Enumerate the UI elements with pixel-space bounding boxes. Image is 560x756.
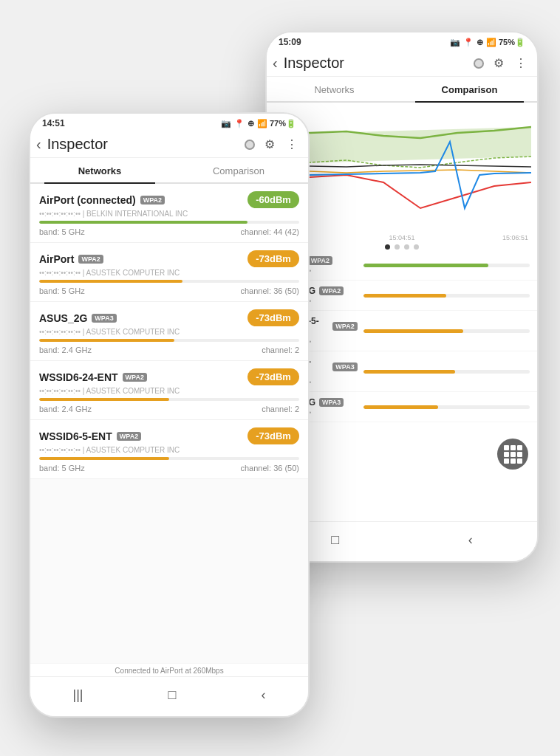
header-icons-front: ⚙ ⋮ [245, 137, 299, 152]
comp-bar-track-2 [363, 329, 530, 333]
network-name-row-1: AirPort WPA2 [39, 253, 103, 265]
back-button-front[interactable]: ‹ [36, 136, 41, 153]
signal-bar-row-3 [39, 398, 299, 401]
signal-bar-fill-0 [39, 221, 247, 224]
comp-bar-track-4 [363, 405, 530, 409]
filter-icon-front[interactable]: ⚙ [262, 137, 277, 152]
tab-comparison-front[interactable]: Comparison [169, 158, 308, 182]
comp-wpa-3: WPA3 [332, 362, 357, 371]
network-name-3: WSSID6-24-ENT [39, 371, 118, 383]
signal-bar-row-2 [39, 339, 299, 342]
dot-1[interactable] [385, 244, 390, 250]
dot-2[interactable] [395, 244, 400, 250]
channel-label-2: channel: 2 [262, 346, 299, 354]
wpa-badge-2: WPA3 [92, 314, 116, 323]
network-item-0[interactable]: AirPort (connected) WPA2 -60dBm ••:••:••… [30, 184, 308, 243]
comp-wpa-0: WPA2 [308, 256, 332, 265]
comp-wpa-1: WPA2 [319, 286, 344, 295]
network-top-4: WSSID6-5-ENT WPA2 -73dBm [39, 427, 299, 444]
back-nav-icon-front[interactable]: ‹ [246, 684, 280, 706]
wpa-badge-1: WPA2 [78, 255, 103, 264]
tabs-front: Networks Comparison [30, 158, 308, 184]
network-name-4: WSSID6-5-ENT [39, 430, 112, 442]
wpa-badge-3: WPA2 [123, 373, 147, 382]
signal-bar-track-1 [39, 280, 299, 283]
mac-row-4: ••:••:••:••:••:•• | ASUSTEK COMPUTER INC [39, 446, 299, 454]
app-header-front: ‹ Inspector ⚙ ⋮ [30, 131, 308, 158]
comp-bar-fill-4 [363, 405, 438, 409]
channel-label-1: channel: 36 (50) [241, 286, 300, 295]
network-item-3[interactable]: WSSID6-24-ENT WPA2 -73dBm ••:••:••:••:••… [30, 361, 308, 420]
dot-4[interactable] [414, 244, 419, 250]
menu-icon-front[interactable]: ||| [58, 684, 98, 706]
phone-front: 14:51 📷 📍 ⊕ 📶 77%🔋 ‹ Inspector ⚙ ⋮ Netwo… [29, 112, 310, 718]
tab-comparison-back[interactable]: Comparison [402, 77, 537, 101]
signal-bar-row-4 [39, 457, 299, 460]
network-meta-4: band: 5 GHz channel: 36 (50) [39, 464, 299, 472]
comp-bar-fill-1 [363, 294, 447, 298]
band-label-4: band: 5 GHz [39, 464, 85, 472]
header-icons-back: ⚙ ⋮ [474, 56, 528, 71]
signal-bar-track-4 [39, 457, 299, 460]
record-button-back[interactable] [474, 58, 484, 69]
tab-networks-back[interactable]: Networks [267, 77, 402, 101]
status-icons-back: 📷 📍 ⊕ 📶 75%🔋 [450, 38, 525, 47]
channel-label-3: channel: 2 [262, 405, 299, 413]
signal-bar-fill-3 [39, 398, 169, 401]
mac-row-0: ••:••:••:••:••:•• | BELKIN INTERNATIONAL… [39, 210, 299, 218]
network-name-row-2: ASUS_2G WPA3 [39, 312, 117, 324]
more-icon-back[interactable]: ⋮ [513, 56, 528, 71]
network-item-2[interactable]: ASUS_2G WPA3 -73dBm ••:••:••:••:••:•• | … [30, 302, 308, 361]
chart-svg [273, 109, 531, 234]
band-label-0: band: 5 GHz [39, 227, 85, 236]
back-nav-icon-back[interactable]: ‹ [454, 529, 488, 551]
band-label-2: band: 2.4 GHz [39, 346, 92, 354]
mac-row-3: ••:••:••:••:••:•• | ASUSTEK COMPUTER INC [39, 387, 299, 395]
chart-timestamps: 15:02:51 15:04:51 15:06:51 [273, 234, 531, 241]
signal-badge-1: -73dBm [247, 250, 299, 267]
signal-bar-fill-4 [39, 457, 169, 460]
signal-badge-3: -73dBm [247, 368, 299, 385]
network-meta-1: band: 5 GHz channel: 36 (50) [39, 286, 299, 295]
home-icon-front[interactable]: □ [154, 684, 191, 706]
comp-bar-fill-3 [363, 370, 455, 374]
status-icons-front: 📷 📍 ⊕ 📶 77%🔋 [221, 119, 296, 128]
record-button-front[interactable] [245, 140, 255, 150]
network-item-1[interactable]: AirPort WPA2 -73dBm ••:••:••:••:••:•• | … [30, 243, 308, 302]
network-top-2: ASUS_2G WPA3 -73dBm [39, 309, 299, 326]
grid-fab-icon [504, 445, 522, 464]
network-top-1: AirPort WPA2 -73dBm [39, 250, 299, 267]
time-front: 14:51 [42, 118, 65, 128]
header-title-front: Inspector [47, 136, 245, 153]
app-header-back: ‹ Inspector ⚙ ⋮ [267, 50, 537, 77]
network-meta-2: band: 2.4 GHz channel: 2 [39, 346, 299, 354]
dot-3[interactable] [404, 244, 409, 250]
scene: 15:09 📷 📍 ⊕ 📶 75%🔋 ‹ Inspector ⚙ ⋮ Netwo… [14, 16, 546, 740]
tab-networks-front[interactable]: Networks [30, 158, 169, 182]
network-items-container: AirPort (connected) WPA2 -60dBm ••:••:••… [30, 184, 308, 479]
mac-row-1: ••:••:••:••:••:•• | ASUSTEK COMPUTER INC [39, 269, 299, 277]
grid-fab-button[interactable] [497, 439, 528, 470]
network-meta-3: band: 2.4 GHz channel: 2 [39, 405, 299, 413]
header-title-back: Inspector [284, 55, 474, 72]
comp-bar-track-3 [363, 370, 530, 374]
wpa-badge-4: WPA2 [117, 432, 141, 441]
network-top-0: AirPort (connected) WPA2 -60dBm [39, 191, 299, 208]
more-icon-front[interactable]: ⋮ [284, 137, 299, 152]
filter-icon-back[interactable]: ⚙ [491, 56, 506, 71]
signal-bar-track-2 [39, 339, 299, 342]
comp-bar-fill-2 [363, 329, 463, 333]
comp-bar-track-1 [363, 294, 530, 298]
network-item-4[interactable]: WSSID6-5-ENT WPA2 -73dBm ••:••:••:••:••:… [30, 420, 308, 479]
ts3: 15:06:51 [502, 234, 528, 241]
signal-badge-2: -73dBm [247, 309, 299, 326]
status-bar-front: 14:51 📷 📍 ⊕ 📶 77%🔋 [30, 114, 308, 131]
signal-bar-fill-1 [39, 280, 182, 283]
network-name-row-3: WSSID6-24-ENT WPA2 [39, 371, 147, 383]
home-icon-back[interactable]: □ [316, 529, 354, 551]
network-meta-0: band: 5 GHz channel: 44 (42) [39, 227, 299, 236]
signal-bar-fill-2 [39, 339, 174, 342]
back-button-back[interactable]: ‹ [273, 55, 278, 72]
signal-badge-4: -73dBm [247, 427, 299, 444]
wpa-badge-0: WPA2 [140, 196, 165, 205]
